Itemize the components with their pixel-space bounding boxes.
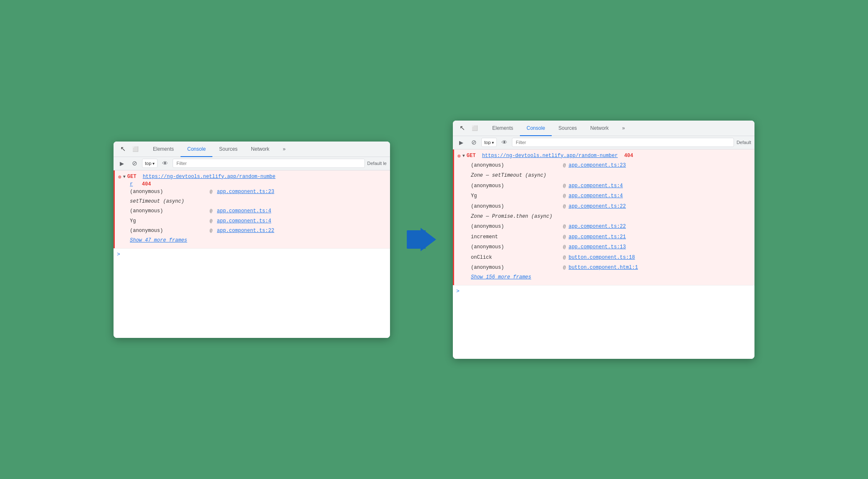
eye-btn-right[interactable]: 👁	[499, 137, 509, 147]
block-btn-left[interactable]: ⊘	[129, 158, 140, 168]
cursor-icon[interactable]: ↖	[117, 143, 129, 155]
stack-link-7-right[interactable]: app.component.ts:21	[568, 233, 626, 241]
stack-at-2-right: @	[563, 182, 568, 190]
error-url-suffix-left[interactable]: r	[130, 181, 133, 187]
error-header-left: ⊗ ▼ GET https://ng-devtools.netlify.app/…	[118, 173, 387, 182]
stack-at-10-right: @	[563, 264, 568, 272]
console-content-right: ⊗ ▼ GET https://ng-devtools.netlify.app/…	[453, 149, 754, 359]
stack-link-8-right[interactable]: app.component.ts:13	[568, 243, 626, 251]
right-devtools-panel: ↖ ⬜ Elements Console Sources Network » ▶…	[453, 121, 754, 359]
tab-more-right[interactable]: »	[615, 121, 632, 136]
console-prompt-left: >	[114, 248, 390, 260]
tab-network-left[interactable]: Network	[244, 142, 276, 157]
tab-console-left[interactable]: Console	[181, 142, 212, 157]
stack-func-6-right: (anonymous)	[471, 222, 563, 231]
prompt-arrow-right[interactable]: >	[456, 288, 460, 294]
eye-btn-left[interactable]: 👁	[160, 158, 170, 168]
default-label-left: Default le	[367, 161, 387, 166]
stack-func-10-right: (anonymous)	[471, 263, 563, 272]
tab-elements-left[interactable]: Elements	[146, 142, 181, 157]
tab-console-right[interactable]: Console	[520, 121, 552, 136]
stack-link-2-right[interactable]: app.component.ts:4	[568, 182, 623, 190]
stack-func-2-right: (anonymous)	[471, 182, 563, 190]
stack-func-7-right: increment	[471, 233, 563, 241]
tab-more-left[interactable]: »	[276, 142, 292, 157]
run-btn-right[interactable]: ▶	[456, 137, 466, 147]
stack-row-10-right: (anonymous) @ button.component.html:1	[457, 263, 751, 273]
console-toolbar-right: ▶ ⊘ top ▾ 👁 Default	[453, 136, 754, 149]
console-content-left: ⊗ ▼ GET https://ng-devtools.netlify.app/…	[114, 170, 390, 338]
error-entry-right: ⊗ ▼ GET https://ng-devtools.netlify.app/…	[453, 149, 754, 286]
stack-row-4-right: (anonymous) @ app.component.ts:22	[457, 201, 751, 211]
stack-func-0-left: (anonymous)	[130, 188, 205, 196]
console-prompt-right: >	[453, 285, 754, 297]
error-url-right[interactable]: https://ng-devtools.netlify.app/random-n…	[482, 152, 618, 160]
stack-at-0-right: @	[563, 162, 568, 170]
stack-row-7-right: increment @ app.component.ts:21	[457, 232, 751, 242]
stack-row-6-right: (anonymous) @ app.component.ts:22	[457, 221, 751, 232]
error-url-left[interactable]: https://ng-devtools.netlify.app/random-n…	[143, 173, 276, 180]
get-method-right: GET	[467, 152, 476, 160]
stack-link-4-right[interactable]: app.component.ts:22	[568, 202, 626, 211]
show-more-left[interactable]: Show 47 more frames	[130, 237, 187, 243]
inspect-icon[interactable]: ⬜	[129, 143, 141, 155]
tab-network-right[interactable]: Network	[584, 121, 615, 136]
stack-func-4-right: (anonymous)	[471, 202, 563, 211]
stack-link-0-left[interactable]: app.component.ts:23	[217, 188, 274, 196]
stack-link-10-right[interactable]: button.component.html:1	[568, 263, 638, 272]
stack-row-9-right: onClick @ button.component.ts:18	[457, 252, 751, 263]
console-toolbar-left: ▶ ⊘ top ▾ 👁 Default le	[114, 157, 390, 170]
tab-sources-left[interactable]: Sources	[212, 142, 244, 157]
stack-link-3-left[interactable]: app.component.ts:4	[217, 217, 271, 225]
inspect-icon-right[interactable]: ⬜	[469, 122, 480, 134]
stack-link-9-right[interactable]: button.component.ts:18	[568, 253, 635, 262]
stack-link-2-left[interactable]: app.component.ts:4	[217, 207, 271, 215]
arrow-container	[407, 229, 436, 250]
tab-sources-right[interactable]: Sources	[552, 121, 584, 136]
top-label-left: top	[145, 161, 151, 166]
get-method-left: GET	[127, 173, 137, 180]
stack-at-9-right: @	[563, 254, 568, 262]
stack-at-6-right: @	[563, 223, 568, 231]
stack-at-3-right: @	[563, 192, 568, 200]
stack-at-4-left: @	[207, 227, 215, 235]
stack-row-0-right: (anonymous) @ app.component.ts:23	[457, 160, 751, 170]
error-404-left: 404	[142, 181, 151, 187]
stack-link-0-right[interactable]: app.component.ts:23	[568, 161, 626, 170]
top-selector-right[interactable]: top ▾	[481, 138, 497, 147]
prompt-arrow-left[interactable]: >	[117, 251, 120, 258]
scene: ↖ ⬜ Elements Console Sources Network » ▶…	[88, 95, 780, 384]
stack-row-5-right: Zone — Promise.then (async)	[457, 211, 751, 221]
stack-link-6-right[interactable]: app.component.ts:22	[568, 222, 626, 231]
error-circle-icon-left: ⊗	[118, 173, 121, 182]
top-selector-left[interactable]: top ▾	[142, 159, 158, 168]
tab-elements-right[interactable]: Elements	[486, 121, 520, 136]
chevron-down-icon-left: ▾	[152, 161, 155, 166]
stack-at-4-right: @	[563, 203, 568, 211]
stack-async-5-right: Zone — Promise.then (async)	[471, 212, 552, 221]
stack-row-3-left: Yg @ app.component.ts:4	[118, 216, 387, 226]
stack-row-8-right: (anonymous) @ app.component.ts:13	[457, 242, 751, 252]
stack-func-0-right: (anonymous)	[471, 161, 563, 170]
cursor-icon-right[interactable]: ↖	[456, 122, 468, 134]
stack-link-3-right[interactable]: app.component.ts:4	[568, 192, 623, 200]
stack-async-1-right: Zone — setTimeout (async)	[471, 171, 546, 180]
stack-at-0-left: @	[207, 188, 215, 196]
default-label-right: Default	[736, 140, 751, 145]
stack-row-2-right: (anonymous) @ app.component.ts:4	[457, 181, 751, 191]
stack-row-4-left: (anonymous) @ app.component.ts:22	[118, 226, 387, 236]
run-btn-left[interactable]: ▶	[117, 158, 127, 168]
filter-input-right[interactable]	[512, 138, 734, 147]
show-more-right[interactable]: Show 156 more frames	[471, 274, 531, 280]
stack-func-3-left: Yg	[130, 217, 205, 225]
stack-row-2-left: (anonymous) @ app.component.ts:4	[118, 206, 387, 216]
stack-link-4-left[interactable]: app.component.ts:22	[217, 227, 274, 235]
left-devtools-panel: ↖ ⬜ Elements Console Sources Network » ▶…	[114, 142, 390, 338]
filter-input-left[interactable]	[173, 159, 364, 168]
stack-func-9-right: onClick	[471, 253, 563, 262]
chevron-down-icon-right: ▾	[492, 140, 494, 145]
stack-func-8-right: (anonymous)	[471, 243, 563, 251]
stack-at-7-right: @	[563, 233, 568, 241]
triangle-icon-left: ▼	[123, 174, 126, 180]
block-btn-right[interactable]: ⊘	[469, 137, 479, 147]
